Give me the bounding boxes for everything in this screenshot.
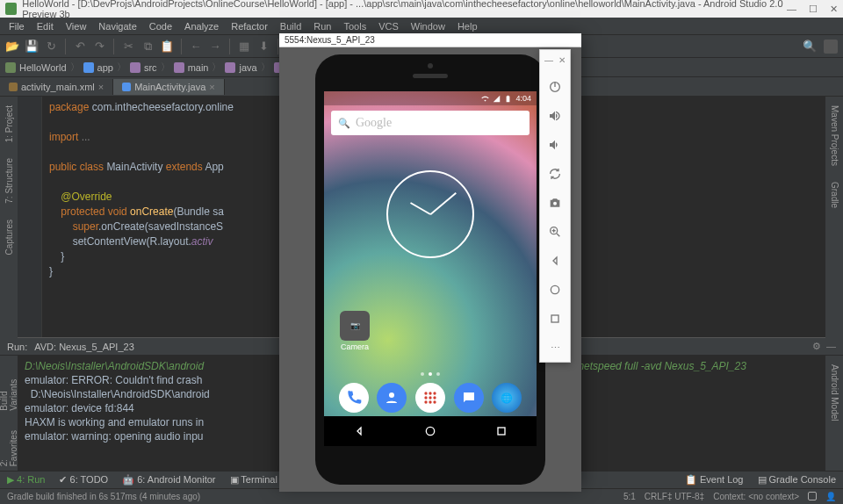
svg-point-0 — [389, 392, 394, 398]
power-icon[interactable] — [546, 78, 564, 96]
messages-app-icon[interactable] — [454, 383, 484, 413]
emu-back-icon[interactable] — [546, 252, 564, 270]
menu-analyze[interactable]: Analyze — [179, 19, 224, 33]
menu-view[interactable]: View — [61, 19, 92, 33]
event-log-button[interactable]: 📋 Event Log — [685, 474, 744, 486]
run-config[interactable]: AVD: Nexus_5_API_23 — [34, 342, 134, 352]
hide-icon[interactable]: ― — [826, 341, 836, 352]
profile-icon[interactable] — [824, 40, 838, 54]
sidebar-maven[interactable]: Maven Projects — [830, 102, 839, 169]
sdk-icon[interactable]: ⬇ — [256, 40, 270, 54]
contacts-app-icon[interactable] — [377, 383, 407, 413]
home-nav-icon[interactable] — [423, 424, 437, 438]
copy-icon[interactable]: ⧉ — [140, 40, 155, 54]
browser-app-icon[interactable]: 🌐 — [492, 383, 522, 413]
tab-mainactivity[interactable]: MainActivity.java× — [113, 79, 225, 95]
lock-icon[interactable] — [808, 492, 817, 500]
dock: 🌐 — [324, 383, 537, 413]
menu-vcs[interactable]: VCS — [373, 19, 404, 33]
crumb-main[interactable]: main — [188, 62, 209, 73]
apps-drawer-icon[interactable] — [415, 383, 445, 413]
phone-app-icon[interactable] — [339, 383, 369, 413]
emu-home-icon[interactable] — [546, 281, 564, 299]
tab-close-icon[interactable]: × — [98, 82, 104, 92]
crumb-java[interactable]: java — [239, 62, 256, 73]
menu-refactor[interactable]: Refactor — [226, 19, 273, 33]
context[interactable]: Context: <no context> — [713, 492, 799, 501]
sync-icon[interactable]: ↻ — [44, 40, 58, 54]
tab-close-icon[interactable]: × — [209, 82, 214, 92]
menu-window[interactable]: Window — [406, 19, 450, 33]
emulator-window[interactable]: 5554:Nexus_5_API_23 4:04 🔍 Google 📷 — [279, 33, 581, 483]
sidebar-captures[interactable]: Captures — [4, 216, 14, 259]
paste-icon[interactable]: 📋 — [160, 40, 174, 54]
emu-recents-icon[interactable] — [546, 310, 564, 328]
menu-code[interactable]: Code — [144, 19, 177, 33]
zoom-icon[interactable] — [546, 223, 564, 241]
project-icon — [5, 62, 16, 73]
emu-minimize-icon[interactable]: ― — [544, 55, 553, 65]
gradle-console-button[interactable]: ▤ Gradle Console — [758, 474, 837, 486]
svg-rect-11 — [498, 428, 505, 435]
settings-icon[interactable]: ⚙ — [812, 341, 821, 352]
volume-down-icon[interactable] — [546, 136, 564, 154]
close-icon[interactable]: ✕ — [830, 4, 838, 15]
menu-run[interactable]: Run — [308, 19, 336, 33]
menu-edit[interactable]: Edit — [32, 19, 59, 33]
todo-button[interactable]: ✔ 6: TODO — [59, 474, 108, 486]
crumb-project[interactable]: HelloWorld — [19, 62, 67, 73]
save-icon[interactable]: 💾 — [25, 40, 39, 54]
search-icon[interactable]: 🔍 — [803, 40, 817, 54]
emu-close-icon[interactable]: ✕ — [558, 55, 566, 65]
sidebar-structure[interactable]: 7: Structure — [4, 155, 14, 207]
back-icon[interactable]: ← — [189, 40, 203, 54]
analog-clock-widget[interactable] — [386, 170, 474, 258]
sidebar-android-model[interactable]: Android Model — [830, 361, 839, 424]
emulator-title: 5554:Nexus_5_API_23 — [279, 33, 581, 47]
encoding[interactable]: CRLF‡ UTF-8‡ — [645, 492, 704, 501]
camera-icon: 📷 — [340, 311, 370, 341]
minimize-icon[interactable]: ― — [787, 4, 796, 15]
screenshot-icon[interactable] — [546, 194, 564, 212]
phone-camera-dot — [428, 63, 433, 68]
sidebar-favorites[interactable]: 2: Favorites — [0, 423, 18, 470]
hector-icon[interactable]: 👤 — [825, 492, 836, 501]
svg-line-16 — [557, 234, 559, 236]
back-nav-icon[interactable] — [352, 424, 366, 438]
cut-icon[interactable]: ✂ — [121, 40, 135, 54]
rotate-icon[interactable] — [546, 165, 564, 183]
cursor-pos: 5:1 — [623, 492, 636, 501]
sidebar-build-variants[interactable]: Build Variants — [0, 361, 18, 414]
open-icon[interactable]: 📂 — [5, 40, 19, 54]
maximize-icon[interactable]: ☐ — [809, 4, 818, 15]
terminal-button[interactable]: ▣ Terminal — [230, 474, 277, 486]
run-tool-button[interactable]: ▶ 4: Run — [7, 474, 45, 486]
redo-icon[interactable]: ↷ — [92, 40, 106, 54]
wifi-icon — [481, 95, 489, 103]
sidebar-project[interactable]: 1: Project — [4, 102, 14, 146]
menu-file[interactable]: File — [4, 19, 30, 33]
phone-screen[interactable]: 4:04 🔍 Google 📷 Camera 🌐 — [324, 91, 537, 446]
menu-build[interactable]: Build — [275, 19, 306, 33]
more-icon[interactable]: ⋯ — [546, 339, 564, 356]
android-monitor-button[interactable]: 🤖 6: Android Monitor — [122, 474, 215, 486]
undo-icon[interactable]: ↶ — [73, 40, 87, 54]
menu-navigate[interactable]: Navigate — [93, 19, 141, 33]
folder-icon — [130, 62, 140, 73]
android-nav-bar — [324, 416, 537, 446]
menu-tools[interactable]: Tools — [338, 19, 371, 33]
camera-app-icon[interactable]: 📷 Camera — [340, 311, 370, 351]
sidebar-gradle[interactable]: Gradle — [830, 178, 839, 212]
google-search-widget[interactable]: 🔍 Google — [331, 111, 530, 135]
recents-nav-icon[interactable] — [494, 424, 508, 438]
avd-icon[interactable]: ▦ — [237, 40, 251, 54]
tab-activity-main[interactable]: activity_main.xml× — [0, 79, 113, 95]
forward-icon[interactable]: → — [208, 40, 222, 54]
menu-help[interactable]: Help — [452, 19, 483, 33]
crumb-src[interactable]: src — [144, 62, 157, 73]
svg-rect-20 — [551, 315, 558, 322]
volume-up-icon[interactable] — [546, 107, 564, 125]
crumb-app[interactable]: app — [97, 62, 113, 73]
search-placeholder: Google — [356, 116, 392, 130]
window-titlebar: HelloWorld - [D:\DevProjs\AndroidProject… — [0, 0, 843, 18]
